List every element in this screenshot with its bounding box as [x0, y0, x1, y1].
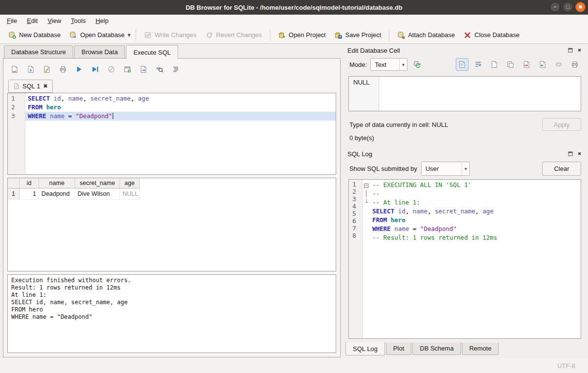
line-number: 1 [11, 94, 25, 103]
print-sql-button[interactable] [57, 63, 69, 76]
log-line: SELECT id, name, secret_name, age [370, 207, 581, 216]
find-replace-button[interactable]: ab [153, 63, 166, 76]
tab-database-structure[interactable]: Database Structure [4, 45, 73, 59]
cell-id[interactable]: 1 [20, 188, 39, 200]
attach-database-label: Attach Database [408, 31, 455, 39]
line-number: 3 [11, 112, 25, 121]
attach-database-button[interactable]: Attach Database [393, 29, 459, 41]
editor-line[interactable]: FROM hero [25, 103, 336, 112]
edit-cell-close-icon[interactable]: ✖ [576, 47, 583, 54]
minimize-button[interactable]: − [550, 2, 560, 12]
word-wrap-button[interactable] [472, 58, 485, 71]
mode-value: Text [375, 61, 386, 68]
set-null-button[interactable] [552, 58, 565, 71]
maximize-button[interactable]: □ [563, 2, 573, 12]
tab-sql-log[interactable]: SQL Log [345, 342, 385, 355]
column-header-age[interactable]: age [120, 178, 140, 188]
column-header-secret-name[interactable]: secret_name [75, 178, 120, 188]
cell-secret-name[interactable]: Dive Wilson [75, 188, 120, 200]
menu-view[interactable]: View [42, 16, 66, 26]
tab-execute-sql[interactable]: Execute SQL [126, 45, 178, 59]
auto-apply-button[interactable] [411, 58, 424, 71]
cell-editor-margin: NULL [349, 77, 379, 111]
results-grid: id name secret_name age 1 1 Deadpond Div… [7, 178, 336, 271]
sql-log-view[interactable]: 1 2 3 4 5 6 7 8 − │ └ -- EXECUTING ALL I… [348, 179, 581, 339]
sql-tab-close-icon[interactable]: ✖ [43, 83, 47, 89]
menu-tools[interactable]: Tools [66, 16, 90, 26]
open-in-editor-button[interactable] [488, 58, 501, 71]
export-file-button[interactable] [536, 58, 549, 71]
set-null-icon [555, 61, 563, 68]
line-number: 8 [352, 232, 362, 239]
line-number: 6 [352, 217, 362, 225]
clear-button[interactable]: Clear [542, 162, 581, 176]
sql-log-filter-row: Show SQL submitted by User ▾ Clear [345, 159, 585, 178]
open-database-button[interactable]: Open Database [65, 29, 129, 41]
export-results-button[interactable] [137, 63, 150, 76]
float-icon [568, 48, 573, 53]
editor-line[interactable]: SELECT id, name, secret_name, age [25, 94, 336, 103]
row-header[interactable]: 1 [8, 188, 20, 200]
new-database-button[interactable]: New Database [4, 29, 65, 41]
auto-format-button[interactable] [169, 63, 182, 76]
cell-age[interactable]: NULL [120, 188, 140, 200]
bottom-tab-bar: SQL Log Plot DB Schema Remote [345, 343, 585, 357]
tab-plot[interactable]: Plot [386, 343, 411, 355]
fold-line-icon: │ [363, 189, 370, 198]
open-sql-file-button[interactable] [8, 63, 21, 76]
menu-help[interactable]: Help [91, 16, 114, 26]
log-line: -- [370, 189, 581, 198]
cell-editor[interactable]: NULL [348, 76, 581, 111]
save-sql-file-button[interactable] [24, 63, 37, 76]
cell-name[interactable]: Deadpond [39, 188, 75, 200]
editor-line-current[interactable]: WHERE name = "Deadpond" [25, 112, 336, 121]
sql-log-close-icon[interactable]: ✖ [576, 150, 583, 158]
editor-code-area[interactable]: SELECT id, name, secret_name, age FROM h… [25, 93, 336, 174]
text-view-button[interactable] [456, 58, 468, 71]
close-database-icon [464, 31, 471, 39]
menu-edit[interactable]: Edit [22, 16, 42, 26]
toolbar-separator [136, 29, 136, 41]
save-sql-file-as-button[interactable] [41, 63, 53, 76]
cell-value: NULL [353, 79, 369, 86]
encoding-indicator[interactable]: UTF-8 [557, 362, 575, 370]
cell-editor-area[interactable] [379, 77, 581, 111]
sql-log-header: SQL Log ✖ [345, 148, 585, 159]
sql-file-icon [13, 83, 20, 89]
tab-browse-data[interactable]: Browse Data [74, 45, 125, 59]
import-file-button[interactable] [520, 58, 533, 71]
log-code-area[interactable]: -- EXECUTING ALL IN 'SQL 1' -- -- At lin… [370, 180, 581, 338]
sql-tab-1[interactable]: SQL 1 ✖ [8, 80, 53, 93]
mode-label: Mode: [349, 61, 367, 68]
print-cell-button[interactable] [568, 58, 581, 71]
edit-cell-float-icon[interactable] [567, 47, 574, 54]
new-sql-tab-button[interactable] [121, 63, 134, 76]
close-button[interactable]: ✖ [575, 2, 586, 12]
tab-remote[interactable]: Remote [462, 343, 499, 355]
attach-database-icon [397, 31, 405, 39]
fold-toggle-icon[interactable]: − [364, 184, 368, 188]
sql-tab-label: SQL 1 [22, 83, 40, 90]
submitted-by-select[interactable]: User ▾ [421, 162, 470, 176]
sql-editor[interactable]: 1 2 3 SELECT id, name, secret_name, age … [7, 93, 336, 175]
save-project-button[interactable]: Save Project [330, 29, 385, 41]
close-database-button[interactable]: Close Database [459, 29, 524, 41]
column-header-id[interactable]: id [20, 178, 39, 188]
save-project-icon [334, 31, 342, 39]
copy-button[interactable] [504, 58, 517, 71]
edit-cell-header: Edit Database Cell ✖ [345, 45, 585, 56]
menu-file[interactable]: File [2, 16, 22, 26]
copy-icon [507, 61, 514, 68]
sql-log-float-icon[interactable] [567, 150, 574, 158]
open-project-button[interactable]: Open Project [274, 29, 330, 41]
line-number: 4 [352, 203, 362, 210]
cell-info-row: Type of data currently in cell: NULL App… [349, 118, 581, 131]
execute-all-button[interactable] [73, 63, 85, 76]
column-header-name[interactable]: name [39, 178, 75, 188]
window-title: DB Browser for SQLite - /home/user/code/… [185, 4, 402, 11]
open-database-dropdown[interactable]: ▾ [126, 29, 132, 41]
tab-db-schema[interactable]: DB Schema [412, 343, 461, 355]
new-database-icon [8, 31, 16, 39]
mode-select[interactable]: Text ▾ [370, 58, 407, 71]
execute-current-line-button[interactable] [89, 63, 101, 76]
